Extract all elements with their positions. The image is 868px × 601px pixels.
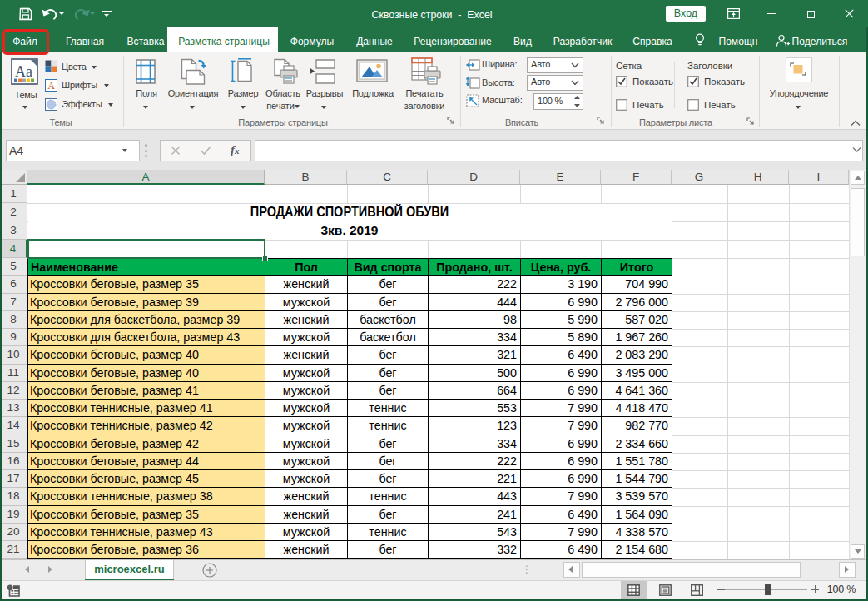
- svg-text:Aa: Aa: [15, 63, 32, 80]
- svg-text:A: A: [47, 80, 55, 92]
